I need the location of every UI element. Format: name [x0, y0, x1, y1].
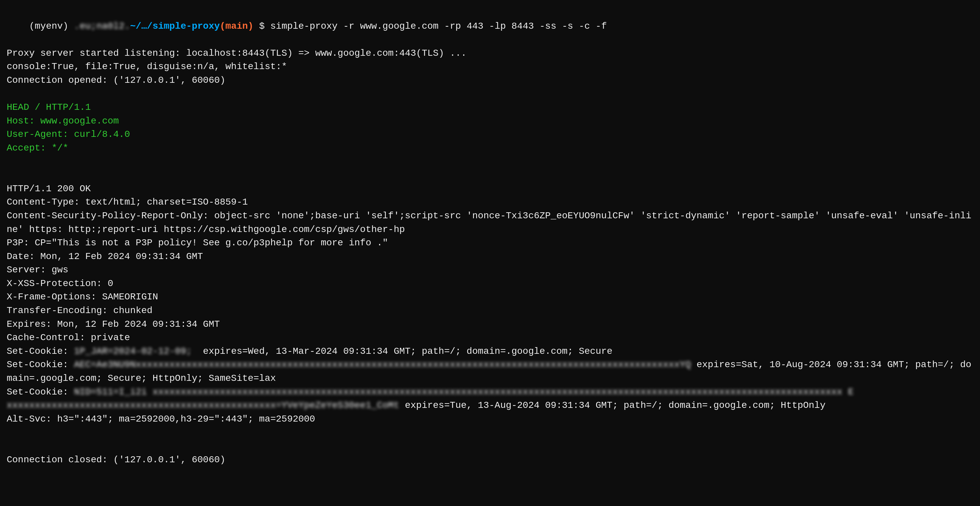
path-display: ~/…/simple-proxy [130, 21, 220, 31]
connection-opened-line: Connection opened: ('127.0.0.1', 60060) [7, 74, 973, 88]
cookie-2-value: AEC=Ae3NU9Nxxxxxxxxxxxxxxxxxxxxxxxxxxxxx… [74, 360, 691, 370]
set-cookie-2-line: Set-Cookie: AEC=Ae3NU9Nxxxxxxxxxxxxxxxxx… [7, 358, 973, 385]
path-blurred: .eu;na0l2. [74, 21, 130, 31]
empty-line-2 [7, 155, 973, 169]
cookie-3-value-cont: xxxxxxxxxxxxxxxxxxxxxxxxxxxxxxxxxxxxxxxx… [7, 400, 399, 411]
empty-line-4 [7, 426, 973, 439]
cookie-1-value: 1P_JAR=2024-02-12-09; [74, 346, 197, 356]
empty-line-1 [7, 88, 973, 101]
head-request-line: HEAD / HTTP/1.1 [7, 101, 973, 115]
proxy-started-line: Proxy server started listening: localhos… [7, 47, 973, 60]
expires-line: Expires: Mon, 12 Feb 2024 09:31:34 GMT [7, 318, 973, 331]
user-agent-header-line: User-Agent: curl/8.4.0 [7, 128, 973, 142]
console-info-line: console:True, file:True, disguise:n/a, w… [7, 60, 973, 74]
x-frame-options-line: X-Frame-Options: SAMEORIGIN [7, 290, 973, 304]
connection-closed-line: Connection closed: ('127.0.0.1', 60060) [7, 453, 973, 467]
p3p-line: P3P: CP="This is not a P3P policy! See g… [7, 236, 973, 250]
cache-control-line: Cache-Control: private [7, 331, 973, 345]
alt-svc-line: Alt-Svc: h3=":443"; ma=2592000,h3-29=":4… [7, 412, 973, 426]
host-header-line: Host: www.google.com [7, 115, 973, 128]
xss-protection-line: X-XSS-Protection: 0 [7, 277, 973, 291]
empty-line-5 [7, 439, 973, 453]
accept-header-line: Accept: */* [7, 142, 973, 155]
set-cookie-1-line: Set-Cookie: 1P_JAR=2024-02-12-09; expire… [7, 345, 973, 358]
csp-line: Content-Security-Policy-Report-Only: obj… [7, 209, 973, 236]
set-cookie-3-line: Set-Cookie: NID=511=I_i2i xxxxxxxxxxxxxx… [7, 385, 973, 412]
env-name: (myenv) [29, 21, 68, 31]
info-dot: info . [349, 238, 382, 248]
content-type-line: Content-Type: text/html; charset=ISO-885… [7, 196, 973, 209]
empty-line-3 [7, 169, 973, 182]
prompt-line: (myenv) .eu;na0l2.~/…/simple-proxy(main)… [7, 6, 973, 47]
command-text: simple-proxy -r www.google.com -rp 443 -… [270, 21, 607, 31]
server-line: Server: gws [7, 263, 973, 277]
terminal: (myenv) .eu;na0l2.~/…/simple-proxy(main)… [7, 6, 973, 466]
transfer-encoding-line: Transfer-Encoding: chunked [7, 304, 973, 318]
date-line: Date: Mon, 12 Feb 2024 09:31:34 GMT [7, 250, 973, 264]
cookie-3-value: NID=511=I_i2i xxxxxxxxxxxxxxxxxxxxxxxxxx… [74, 387, 854, 397]
branch-display: (main) [220, 21, 254, 31]
http-status-line: HTTP/1.1 200 OK [7, 182, 973, 196]
